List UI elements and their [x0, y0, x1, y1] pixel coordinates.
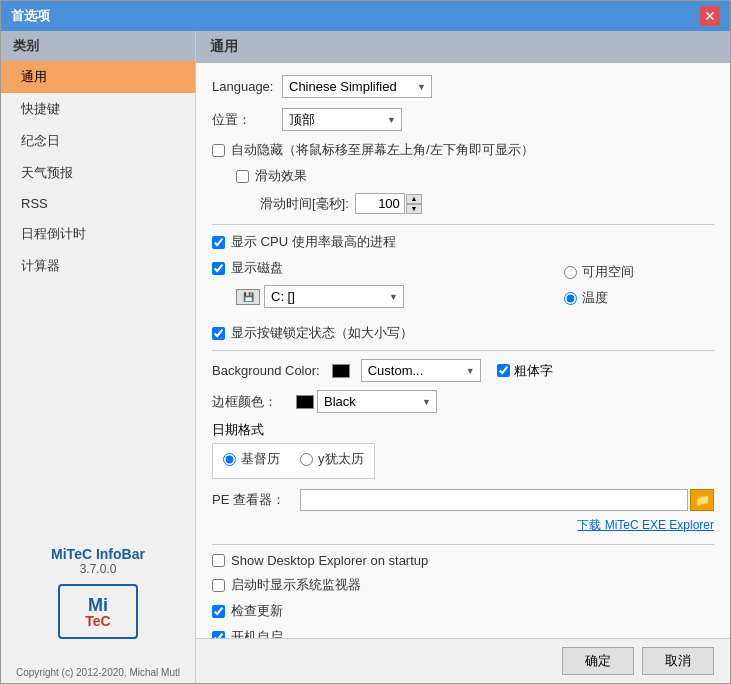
check-update-label[interactable]: 检查更新: [231, 602, 283, 620]
bold-checkbox[interactable]: [497, 364, 510, 377]
disk-select[interactable]: C: []: [264, 285, 404, 308]
show-key-lock-row: 显示按键锁定状态（如大小写）: [212, 324, 714, 342]
sidebar: 类别 通用 快捷键 纪念日 天气预报 RSS 日程倒计时 计算器: [1, 31, 196, 683]
bg-color-select[interactable]: Custom... Black White: [361, 359, 481, 382]
sidebar-item-rss[interactable]: RSS: [1, 189, 195, 218]
border-color-select-wrapper: Black White Custom...: [317, 390, 437, 413]
radio-hebrew-row: y犹太历: [300, 450, 364, 468]
border-color-row: 边框颜色： Black White Custom...: [212, 390, 714, 413]
radio-temperature[interactable]: [564, 292, 577, 305]
radio-gregorian[interactable]: [223, 453, 236, 466]
bold-checkbox-row: 粗体字: [497, 362, 553, 380]
logo-box: Mi TeC: [58, 584, 138, 639]
app-name: MiTeC InfoBar: [16, 546, 180, 562]
date-title: 日期格式: [212, 421, 714, 439]
disk-left-col: 显示磁盘 💾 C: []: [212, 259, 564, 314]
sidebar-item-shortcuts[interactable]: 快捷键: [1, 93, 195, 125]
show-key-lock-checkbox[interactable]: [212, 327, 225, 340]
show-cpu-checkbox[interactable]: [212, 236, 225, 249]
disk-radio-row: 显示磁盘 💾 C: []: [212, 259, 714, 314]
radio-gregorian-row: 基督历: [223, 450, 280, 468]
show-desktop-row: Show Desktop Explorer on startup: [212, 553, 714, 568]
autohide-label[interactable]: 自动隐藏（将鼠标移至屏幕左上角/左下角即可显示）: [231, 141, 534, 159]
radio-free-space[interactable]: [564, 266, 577, 279]
pe-folder-button[interactable]: 📁: [690, 489, 714, 511]
position-select-wrapper: 顶部 底部: [282, 108, 402, 131]
show-desktop-checkbox[interactable]: [212, 554, 225, 567]
sidebar-section-label: 类别: [13, 38, 39, 53]
close-button[interactable]: ✕: [700, 6, 720, 26]
autostart-checkbox[interactable]: [212, 631, 225, 639]
sidebar-item-calculator[interactable]: 计算器: [1, 250, 195, 282]
language-select[interactable]: Chinese Simplified English German French: [282, 75, 432, 98]
slide-effect-row: 滑动效果: [236, 167, 714, 185]
disk-select-row: 💾 C: []: [236, 285, 564, 308]
check-update-row: 检查更新: [212, 602, 714, 620]
date-options-box: 基督历 y犹太历: [212, 443, 375, 479]
radio-gregorian-label[interactable]: 基督历: [241, 450, 280, 468]
sidebar-item-general[interactable]: 通用: [1, 61, 195, 93]
window-title: 首选项: [11, 7, 50, 25]
date-section: 日期格式 基督历 y犹太历: [212, 421, 714, 479]
radio-hebrew[interactable]: [300, 453, 313, 466]
pe-input[interactable]: [300, 489, 688, 511]
show-cpu-label[interactable]: 显示 CPU 使用率最高的进程: [231, 233, 396, 251]
language-label: Language:: [212, 79, 282, 94]
logo-inner: Mi TeC: [85, 596, 110, 628]
pe-viewer-row: PE 查看器： 📁: [212, 489, 714, 511]
main-content: 类别 通用 快捷键 纪念日 天气预报 RSS 日程倒计时 计算器: [1, 31, 730, 683]
bg-color-row: Background Color: Custom... Black White …: [212, 359, 714, 382]
slide-time-label: 滑动时间[毫秒]:: [260, 195, 349, 213]
position-label: 位置：: [212, 111, 282, 129]
slide-time-row: 滑动时间[毫秒]: ▲ ▼: [260, 193, 714, 214]
radio-hebrew-label[interactable]: y犹太历: [318, 450, 364, 468]
language-select-wrapper: Chinese Simplified English German French: [282, 75, 432, 98]
slide-effect-label[interactable]: 滑动效果: [255, 167, 307, 185]
language-row: Language: Chinese Simplified English Ger…: [212, 75, 714, 98]
bold-label[interactable]: 粗体字: [514, 362, 553, 380]
show-disk-row: 显示磁盘: [212, 259, 564, 277]
border-color-select[interactable]: Black White Custom...: [317, 390, 437, 413]
slide-effect-checkbox[interactable]: [236, 170, 249, 183]
show-desktop-label[interactable]: Show Desktop Explorer on startup: [231, 553, 428, 568]
spin-up-button[interactable]: ▲: [406, 194, 422, 204]
show-monitor-label[interactable]: 启动时显示系统监视器: [231, 576, 361, 594]
confirm-button[interactable]: 确定: [562, 647, 634, 675]
autostart-row: 开机自启: [212, 628, 714, 638]
content-body: Language: Chinese Simplified English Ger…: [196, 63, 730, 638]
show-disk-label[interactable]: 显示磁盘: [231, 259, 283, 277]
radio-temperature-row: 温度: [564, 289, 714, 307]
show-key-lock-label[interactable]: 显示按键锁定状态（如大小写）: [231, 324, 413, 342]
divider2: [212, 350, 714, 351]
download-link[interactable]: 下载 MiTeC EXE Explorer: [212, 517, 714, 534]
show-disk-checkbox[interactable]: [212, 262, 225, 275]
spin-buttons: ▲ ▼: [406, 194, 422, 214]
autostart-label[interactable]: 开机自启: [231, 628, 283, 638]
content-header: 通用: [196, 31, 730, 63]
sidebar-item-memorial[interactable]: 纪念日: [1, 125, 195, 157]
main-window: 首选项 ✕ 类别 通用 快捷键 纪念日 天气预报 RSS 日程倒: [0, 0, 731, 684]
pe-label: PE 查看器：: [212, 491, 292, 509]
sidebar-item-weather[interactable]: 天气预报: [1, 157, 195, 189]
show-monitor-checkbox[interactable]: [212, 579, 225, 592]
cancel-button[interactable]: 取消: [642, 647, 714, 675]
app-version: 3.7.0.0: [16, 562, 180, 576]
bg-color-label: Background Color:: [212, 363, 320, 378]
spin-down-button[interactable]: ▼: [406, 204, 422, 214]
sidebar-item-calendar[interactable]: 日程倒计时: [1, 218, 195, 250]
slide-time-input[interactable]: [355, 193, 405, 214]
folder-icon: 📁: [695, 493, 710, 507]
disk-icon: 💾: [236, 289, 260, 305]
sidebar-header: 类别: [1, 31, 195, 61]
show-monitor-row: 启动时显示系统监视器: [212, 576, 714, 594]
autohide-checkbox[interactable]: [212, 144, 225, 157]
logo-bottom: TeC: [85, 614, 110, 628]
logo-top: Mi: [88, 596, 108, 614]
radio-free-space-label[interactable]: 可用空间: [582, 263, 634, 281]
separator1: [212, 544, 714, 545]
position-select[interactable]: 顶部 底部: [282, 108, 402, 131]
title-bar: 首选项 ✕: [1, 1, 730, 31]
check-update-checkbox[interactable]: [212, 605, 225, 618]
radio-temperature-label[interactable]: 温度: [582, 289, 608, 307]
bg-color-swatch: [332, 364, 350, 378]
